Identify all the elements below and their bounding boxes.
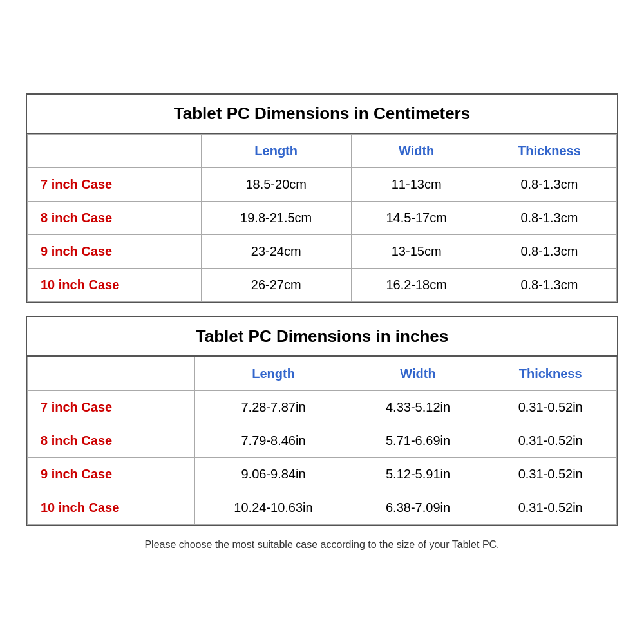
row-thickness: 0.8-1.3cm: [482, 202, 616, 235]
row-thickness: 0.31-0.52in: [484, 391, 617, 424]
row-width: 13-15cm: [351, 235, 482, 269]
row-width: 6.38-7.09in: [352, 491, 484, 525]
cm-table: Length Width Thickness 7 inch Case 18.5-…: [27, 134, 617, 302]
table-row: 7 inch Case 18.5-20cm 11-13cm 0.8-1.3cm: [28, 168, 617, 202]
row-length: 26-27cm: [201, 269, 351, 302]
row-length: 23-24cm: [201, 235, 351, 269]
row-label: 8 inch Case: [28, 202, 202, 235]
row-width: 5.12-5.91in: [352, 458, 484, 491]
in-header-thickness: Thickness: [484, 357, 617, 391]
cm-header-thickness: Thickness: [482, 135, 616, 168]
row-width: 4.33-5.12in: [352, 391, 484, 424]
in-header-0: [28, 357, 195, 391]
cm-table-section: Tablet PC Dimensions in Centimeters Leng…: [26, 93, 618, 303]
in-table: Length Width Thickness 7 inch Case 7.28-…: [27, 357, 617, 525]
table-row: 9 inch Case 23-24cm 13-15cm 0.8-1.3cm: [28, 235, 617, 269]
row-length: 10.24-10.63in: [195, 491, 352, 525]
footer-text: Please choose the most suitable case acc…: [26, 539, 618, 551]
row-thickness: 0.31-0.52in: [484, 491, 617, 525]
row-label: 9 inch Case: [28, 458, 195, 491]
row-width: 11-13cm: [351, 168, 482, 202]
row-length: 9.06-9.84in: [195, 458, 352, 491]
row-thickness: 0.8-1.3cm: [482, 168, 616, 202]
in-table-title: Tablet PC Dimensions in inches: [27, 317, 617, 357]
row-label: 8 inch Case: [28, 424, 195, 458]
table-row: 7 inch Case 7.28-7.87in 4.33-5.12in 0.31…: [28, 391, 617, 424]
row-length: 19.8-21.5cm: [201, 202, 351, 235]
cm-header-width: Width: [351, 135, 482, 168]
row-length: 7.79-8.46in: [195, 424, 352, 458]
table-row: 10 inch Case 26-27cm 16.2-18cm 0.8-1.3cm: [28, 269, 617, 302]
in-table-section: Tablet PC Dimensions in inches Length Wi…: [26, 316, 618, 526]
main-container: Tablet PC Dimensions in Centimeters Leng…: [13, 80, 631, 564]
row-thickness: 0.8-1.3cm: [482, 269, 616, 302]
row-width: 5.71-6.69in: [352, 424, 484, 458]
cm-table-title: Tablet PC Dimensions in Centimeters: [27, 95, 617, 134]
cm-header-0: [28, 135, 202, 168]
row-length: 7.28-7.87in: [195, 391, 352, 424]
row-width: 16.2-18cm: [351, 269, 482, 302]
row-length: 18.5-20cm: [201, 168, 351, 202]
row-width: 14.5-17cm: [351, 202, 482, 235]
row-label: 10 inch Case: [28, 269, 202, 302]
table-row: 10 inch Case 10.24-10.63in 6.38-7.09in 0…: [28, 491, 617, 525]
in-header-length: Length: [195, 357, 352, 391]
row-label: 7 inch Case: [28, 168, 202, 202]
row-thickness: 0.8-1.3cm: [482, 235, 616, 269]
table-row: 9 inch Case 9.06-9.84in 5.12-5.91in 0.31…: [28, 458, 617, 491]
row-label: 9 inch Case: [28, 235, 202, 269]
table-row: 8 inch Case 19.8-21.5cm 14.5-17cm 0.8-1.…: [28, 202, 617, 235]
row-thickness: 0.31-0.52in: [484, 458, 617, 491]
row-label: 10 inch Case: [28, 491, 195, 525]
cm-header-length: Length: [201, 135, 351, 168]
row-thickness: 0.31-0.52in: [484, 424, 617, 458]
in-header-width: Width: [352, 357, 484, 391]
row-label: 7 inch Case: [28, 391, 195, 424]
table-row: 8 inch Case 7.79-8.46in 5.71-6.69in 0.31…: [28, 424, 617, 458]
